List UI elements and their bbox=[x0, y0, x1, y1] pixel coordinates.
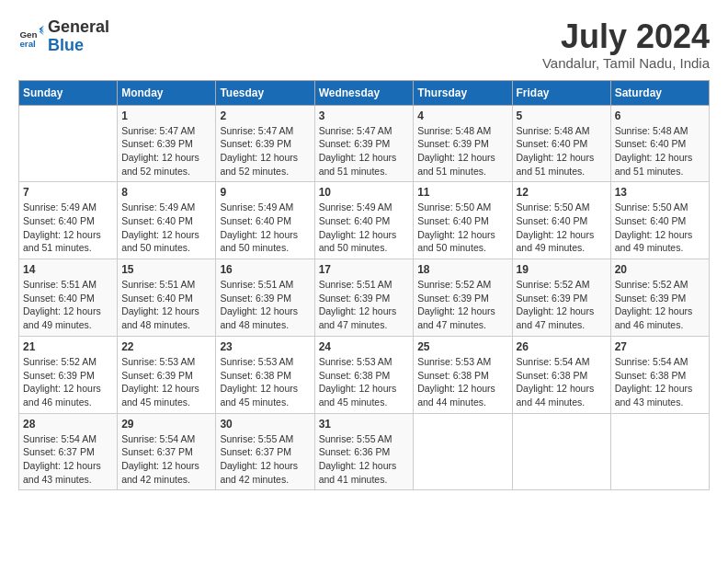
header-cell-monday: Monday bbox=[118, 80, 216, 105]
page-header: Gen eral General Blue July 2024 Vandalur… bbox=[18, 18, 710, 71]
day-number: 10 bbox=[319, 186, 410, 199]
calendar-cell: 8Sunrise: 5:49 AM Sunset: 6:40 PM Daylig… bbox=[118, 182, 216, 259]
calendar-cell bbox=[610, 413, 709, 490]
day-number: 20 bbox=[615, 263, 705, 276]
day-number: 11 bbox=[417, 186, 507, 199]
calendar-cell: 20Sunrise: 5:52 AM Sunset: 6:39 PM Dayli… bbox=[610, 259, 709, 337]
day-info: Sunrise: 5:52 AM Sunset: 6:39 PM Dayligh… bbox=[517, 278, 607, 332]
calendar-cell: 19Sunrise: 5:52 AM Sunset: 6:39 PM Dayli… bbox=[512, 259, 610, 337]
day-info: Sunrise: 5:50 AM Sunset: 6:40 PM Dayligh… bbox=[517, 201, 607, 255]
calendar-cell: 17Sunrise: 5:51 AM Sunset: 6:39 PM Dayli… bbox=[314, 259, 414, 337]
day-info: Sunrise: 5:47 AM Sunset: 6:39 PM Dayligh… bbox=[220, 124, 310, 178]
day-info: Sunrise: 5:54 AM Sunset: 6:37 PM Dayligh… bbox=[121, 432, 211, 487]
day-info: Sunrise: 5:55 AM Sunset: 6:37 PM Dayligh… bbox=[220, 432, 310, 487]
location-subtitle: Vandalur, Tamil Nadu, India bbox=[542, 55, 710, 71]
header-cell-tuesday: Tuesday bbox=[216, 80, 314, 105]
header-row: SundayMondayTuesdayWednesdayThursdayFrid… bbox=[19, 80, 710, 105]
day-info: Sunrise: 5:47 AM Sunset: 6:39 PM Dayligh… bbox=[319, 124, 410, 178]
day-info: Sunrise: 5:51 AM Sunset: 6:39 PM Dayligh… bbox=[319, 278, 410, 332]
calendar-cell: 30Sunrise: 5:55 AM Sunset: 6:37 PM Dayli… bbox=[216, 413, 314, 490]
calendar-cell: 10Sunrise: 5:49 AM Sunset: 6:40 PM Dayli… bbox=[314, 182, 414, 259]
day-number: 3 bbox=[319, 109, 410, 122]
day-number: 9 bbox=[220, 186, 310, 199]
calendar-cell: 14Sunrise: 5:51 AM Sunset: 6:40 PM Dayli… bbox=[19, 259, 118, 337]
day-number: 28 bbox=[23, 418, 113, 431]
calendar-cell: 1Sunrise: 5:47 AM Sunset: 6:39 PM Daylig… bbox=[118, 105, 216, 182]
calendar-cell: 9Sunrise: 5:49 AM Sunset: 6:40 PM Daylig… bbox=[216, 182, 314, 259]
day-info: Sunrise: 5:54 AM Sunset: 6:38 PM Dayligh… bbox=[615, 355, 705, 409]
calendar-cell: 5Sunrise: 5:48 AM Sunset: 6:40 PM Daylig… bbox=[512, 105, 610, 182]
calendar-cell: 26Sunrise: 5:54 AM Sunset: 6:38 PM Dayli… bbox=[512, 336, 610, 413]
day-info: Sunrise: 5:51 AM Sunset: 6:40 PM Dayligh… bbox=[23, 278, 113, 332]
calendar-cell: 11Sunrise: 5:50 AM Sunset: 6:40 PM Dayli… bbox=[414, 182, 512, 259]
day-number: 5 bbox=[517, 109, 607, 122]
logo-name: General Blue bbox=[48, 18, 109, 55]
calendar-cell: 4Sunrise: 5:48 AM Sunset: 6:39 PM Daylig… bbox=[414, 105, 512, 182]
calendar-cell: 18Sunrise: 5:52 AM Sunset: 6:39 PM Dayli… bbox=[414, 259, 512, 337]
day-info: Sunrise: 5:53 AM Sunset: 6:38 PM Dayligh… bbox=[319, 355, 410, 409]
calendar-cell: 27Sunrise: 5:54 AM Sunset: 6:38 PM Dayli… bbox=[610, 336, 709, 413]
calendar-cell: 13Sunrise: 5:50 AM Sunset: 6:40 PM Dayli… bbox=[610, 182, 709, 259]
day-info: Sunrise: 5:52 AM Sunset: 6:39 PM Dayligh… bbox=[417, 278, 507, 332]
week-row-3: 14Sunrise: 5:51 AM Sunset: 6:40 PM Dayli… bbox=[19, 259, 710, 337]
logo: Gen eral General Blue bbox=[18, 18, 109, 55]
day-number: 23 bbox=[220, 340, 310, 353]
day-info: Sunrise: 5:49 AM Sunset: 6:40 PM Dayligh… bbox=[23, 201, 113, 255]
calendar-cell: 22Sunrise: 5:53 AM Sunset: 6:39 PM Dayli… bbox=[118, 336, 216, 413]
day-info: Sunrise: 5:53 AM Sunset: 6:38 PM Dayligh… bbox=[417, 355, 507, 409]
day-number: 24 bbox=[319, 340, 410, 353]
week-row-5: 28Sunrise: 5:54 AM Sunset: 6:37 PM Dayli… bbox=[19, 413, 710, 490]
calendar-cell: 16Sunrise: 5:51 AM Sunset: 6:39 PM Dayli… bbox=[216, 259, 314, 337]
day-info: Sunrise: 5:53 AM Sunset: 6:38 PM Dayligh… bbox=[220, 355, 310, 409]
calendar-cell: 15Sunrise: 5:51 AM Sunset: 6:40 PM Dayli… bbox=[118, 259, 216, 337]
day-number: 31 bbox=[319, 418, 410, 431]
calendar-header: SundayMondayTuesdayWednesdayThursdayFrid… bbox=[19, 80, 710, 105]
day-number: 22 bbox=[121, 340, 211, 353]
day-info: Sunrise: 5:51 AM Sunset: 6:40 PM Dayligh… bbox=[121, 278, 211, 332]
week-row-2: 7Sunrise: 5:49 AM Sunset: 6:40 PM Daylig… bbox=[19, 182, 710, 259]
day-info: Sunrise: 5:52 AM Sunset: 6:39 PM Dayligh… bbox=[615, 278, 705, 332]
title-block: July 2024 Vandalur, Tamil Nadu, India bbox=[542, 18, 710, 71]
calendar-cell: 25Sunrise: 5:53 AM Sunset: 6:38 PM Dayli… bbox=[414, 336, 512, 413]
day-number: 12 bbox=[517, 186, 607, 199]
day-info: Sunrise: 5:54 AM Sunset: 6:38 PM Dayligh… bbox=[517, 355, 607, 409]
calendar-cell: 6Sunrise: 5:48 AM Sunset: 6:40 PM Daylig… bbox=[610, 105, 709, 182]
day-number: 16 bbox=[220, 263, 310, 276]
day-number: 6 bbox=[615, 109, 705, 122]
calendar-cell: 21Sunrise: 5:52 AM Sunset: 6:39 PM Dayli… bbox=[19, 336, 118, 413]
header-cell-thursday: Thursday bbox=[414, 80, 512, 105]
day-info: Sunrise: 5:48 AM Sunset: 6:39 PM Dayligh… bbox=[417, 124, 507, 178]
month-title: July 2024 bbox=[542, 18, 710, 55]
calendar-cell: 3Sunrise: 5:47 AM Sunset: 6:39 PM Daylig… bbox=[314, 105, 414, 182]
calendar-cell: 23Sunrise: 5:53 AM Sunset: 6:38 PM Dayli… bbox=[216, 336, 314, 413]
week-row-1: 1Sunrise: 5:47 AM Sunset: 6:39 PM Daylig… bbox=[19, 105, 710, 182]
calendar-cell: 12Sunrise: 5:50 AM Sunset: 6:40 PM Dayli… bbox=[512, 182, 610, 259]
header-cell-sunday: Sunday bbox=[19, 80, 118, 105]
calendar-cell: 7Sunrise: 5:49 AM Sunset: 6:40 PM Daylig… bbox=[19, 182, 118, 259]
calendar-cell bbox=[414, 413, 512, 490]
header-cell-friday: Friday bbox=[512, 80, 610, 105]
day-info: Sunrise: 5:48 AM Sunset: 6:40 PM Dayligh… bbox=[615, 124, 705, 178]
day-number: 25 bbox=[417, 340, 507, 353]
day-number: 18 bbox=[417, 263, 507, 276]
header-cell-saturday: Saturday bbox=[610, 80, 709, 105]
day-number: 17 bbox=[319, 263, 410, 276]
day-info: Sunrise: 5:50 AM Sunset: 6:40 PM Dayligh… bbox=[417, 201, 507, 255]
day-number: 4 bbox=[417, 109, 507, 122]
day-info: Sunrise: 5:47 AM Sunset: 6:39 PM Dayligh… bbox=[121, 124, 211, 178]
day-info: Sunrise: 5:49 AM Sunset: 6:40 PM Dayligh… bbox=[319, 201, 410, 255]
day-info: Sunrise: 5:55 AM Sunset: 6:36 PM Dayligh… bbox=[319, 432, 410, 487]
calendar-body: 1Sunrise: 5:47 AM Sunset: 6:39 PM Daylig… bbox=[19, 105, 710, 490]
day-info: Sunrise: 5:50 AM Sunset: 6:40 PM Dayligh… bbox=[615, 201, 705, 255]
calendar-cell bbox=[512, 413, 610, 490]
day-info: Sunrise: 5:49 AM Sunset: 6:40 PM Dayligh… bbox=[121, 201, 211, 255]
calendar-cell: 24Sunrise: 5:53 AM Sunset: 6:38 PM Dayli… bbox=[314, 336, 414, 413]
calendar-cell: 2Sunrise: 5:47 AM Sunset: 6:39 PM Daylig… bbox=[216, 105, 314, 182]
calendar-cell: 28Sunrise: 5:54 AM Sunset: 6:37 PM Dayli… bbox=[19, 413, 118, 490]
week-row-4: 21Sunrise: 5:52 AM Sunset: 6:39 PM Dayli… bbox=[19, 336, 710, 413]
day-info: Sunrise: 5:53 AM Sunset: 6:39 PM Dayligh… bbox=[121, 355, 211, 409]
day-number: 2 bbox=[220, 109, 310, 122]
day-info: Sunrise: 5:48 AM Sunset: 6:40 PM Dayligh… bbox=[517, 124, 607, 178]
day-number: 21 bbox=[23, 340, 113, 353]
calendar-table: SundayMondayTuesdayWednesdayThursdayFrid… bbox=[18, 80, 710, 491]
